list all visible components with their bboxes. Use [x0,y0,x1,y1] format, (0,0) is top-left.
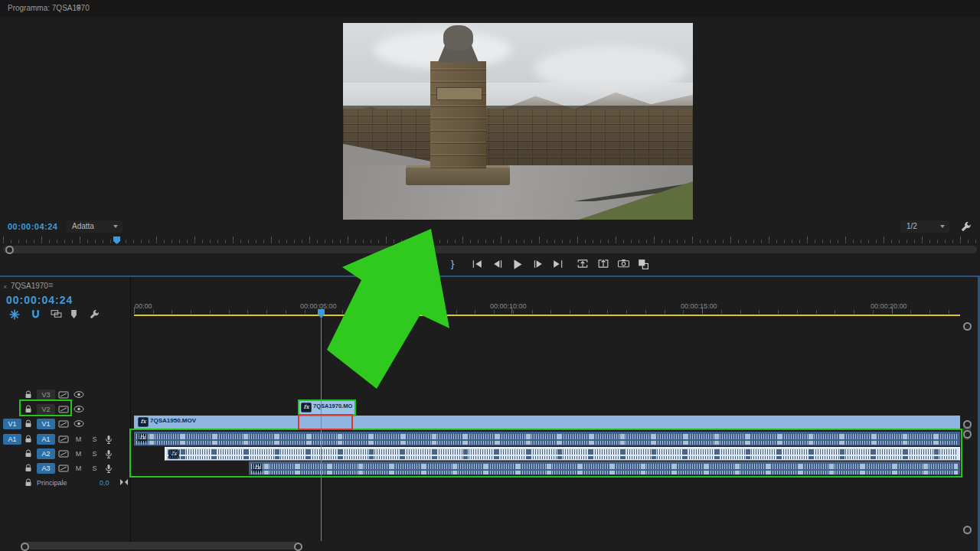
solo-button[interactable]: S [90,464,100,473]
mark-out-button[interactable]: } [447,259,458,269]
solo-button[interactable]: S [90,449,100,458]
panel-menu-icon[interactable]: ≡ [48,280,53,289]
scrollbar-handle[interactable] [5,246,14,254]
bust-head [443,25,473,51]
chevron-down-icon [113,225,118,228]
program-monitor-preview [343,23,693,220]
lock-icon[interactable] [24,390,32,399]
sync-lock-icon[interactable] [58,435,69,443]
monument-pillar [430,61,486,168]
sync-lock-icon[interactable] [58,450,69,458]
clip-label: 7QSA1950.MOV [150,417,196,424]
export-frame-camera-icon[interactable] [618,259,629,269]
panel-menu-icon[interactable]: ≡ [76,2,80,11]
timeline-zoom-scrollbar[interactable] [21,542,301,549]
master-track-label: Principale [37,479,67,487]
voiceover-mic-icon[interactable] [105,449,113,459]
ruler-tick [134,307,135,314]
ruler-tick [702,307,703,314]
timeline-ruler[interactable] [134,310,960,314]
play-button[interactable] [513,259,524,269]
lift-button[interactable] [577,259,588,269]
track-header-a1: A1 A1 M S [0,432,130,446]
go-to-in-button[interactable] [472,259,482,269]
toggle-track-output-eye-icon[interactable] [74,391,84,398]
voiceover-mic-icon[interactable] [105,435,113,445]
ruler-label: 00:00 [135,302,152,310]
toggle-track-output-eye-icon[interactable] [74,406,84,412]
scrollbar-handle[interactable] [963,322,972,331]
render-bar [134,315,960,316]
nest-toggle-icon[interactable] [9,309,20,320]
fx-badge: fx [138,417,149,427]
lock-icon[interactable] [24,435,32,444]
lock-icon[interactable] [24,478,32,487]
ruler-label: 00:00:10:00 [490,302,527,310]
toggle-track-output-eye-icon[interactable] [74,420,84,427]
mute-button[interactable]: M [74,435,83,444]
extract-button[interactable] [598,259,609,269]
sync-lock-icon[interactable] [58,420,69,428]
clip-v1[interactable]: fx 7QSA1950.MOV [134,416,960,429]
track-header-master: Principale 0,0 [0,476,130,490]
timeline-timecode[interactable]: 00:00:04:24 [6,294,73,306]
source-patch-a1[interactable]: A1 [3,434,21,445]
playback-resolution-dropdown[interactable]: 1/2 [900,220,949,233]
snap-magnet-icon[interactable] [31,309,41,320]
lock-icon[interactable] [24,419,32,429]
scrollbar-handle[interactable] [21,543,29,551]
fit-dropdown[interactable]: Adatta [66,220,122,233]
sync-lock-icon[interactable] [58,391,69,399]
monument-plaque [436,87,482,100]
step-back-button[interactable] [493,259,504,269]
scrollbar-handle[interactable] [294,543,302,551]
track-target-a3[interactable]: A3 [37,463,55,474]
monitor-settings-wrench-icon[interactable] [960,221,972,233]
annotation-green-box-v2-header [19,399,72,416]
master-gain-value[interactable]: 0,0 [100,479,109,487]
scrollbar-handle[interactable] [963,430,972,439]
mute-button[interactable]: M [74,449,83,458]
ruler-tick [892,307,893,314]
source-patch-v1[interactable]: V1 [3,419,21,429]
track-header-divider [130,277,131,551]
ruler-label: 00:00:20:00 [871,302,907,310]
track-header-a2: A2 M S [0,447,130,461]
timeline-playhead-marker[interactable] [318,309,325,318]
mute-button[interactable]: M [74,464,83,473]
go-to-out-button[interactable] [553,259,564,269]
timeline-settings-wrench-icon[interactable] [89,309,100,320]
monitor-zoom-scrollbar[interactable] [3,246,977,253]
track-target-a2[interactable]: A2 [37,448,55,459]
timeline-panel-border [0,276,980,277]
track-target-v1[interactable]: V1 [37,419,55,429]
step-forward-button[interactable] [534,259,544,269]
track-target-a1[interactable]: A1 [37,434,55,445]
playhead-timecode[interactable]: 00:00:04:24 [8,222,57,231]
chevron-down-icon [940,225,945,228]
annotation-green-box-audio [129,429,962,478]
solo-button[interactable]: S [90,435,100,444]
track-header-v1: V1 V1 [0,417,130,431]
ruler-label: 00:00:05:00 [300,302,337,310]
button-editor-icon[interactable] [638,259,648,269]
fit-track-icon[interactable] [119,478,129,486]
scrollbar-handle[interactable] [963,526,972,534]
lock-icon[interactable] [24,464,32,473]
lock-icon[interactable] [24,449,32,458]
linked-selection-icon[interactable] [51,309,61,320]
add-marker-icon[interactable] [70,309,81,320]
close-icon[interactable]: × [3,283,7,291]
program-monitor-tab-bar [0,0,980,17]
track-header-a3: A3 M S [0,461,130,475]
timeline-tab[interactable]: 7QSA1970 [11,282,48,290]
monitor-ruler-ticks[interactable] [3,240,977,243]
scrollbar-handle[interactable] [963,420,972,429]
voiceover-mic-icon[interactable] [105,464,113,474]
premiere-window: Programma: 7QSA1970 ≡ 00:00:04:24 Adatta… [0,0,980,551]
track-target-v3[interactable]: V3 [37,390,55,400]
fit-dropdown-value: Adatta [72,222,94,230]
mark-in-button[interactable]: { [427,259,438,269]
sync-lock-icon[interactable] [58,465,69,472]
ruler-label: 00:00:15:00 [681,302,717,310]
